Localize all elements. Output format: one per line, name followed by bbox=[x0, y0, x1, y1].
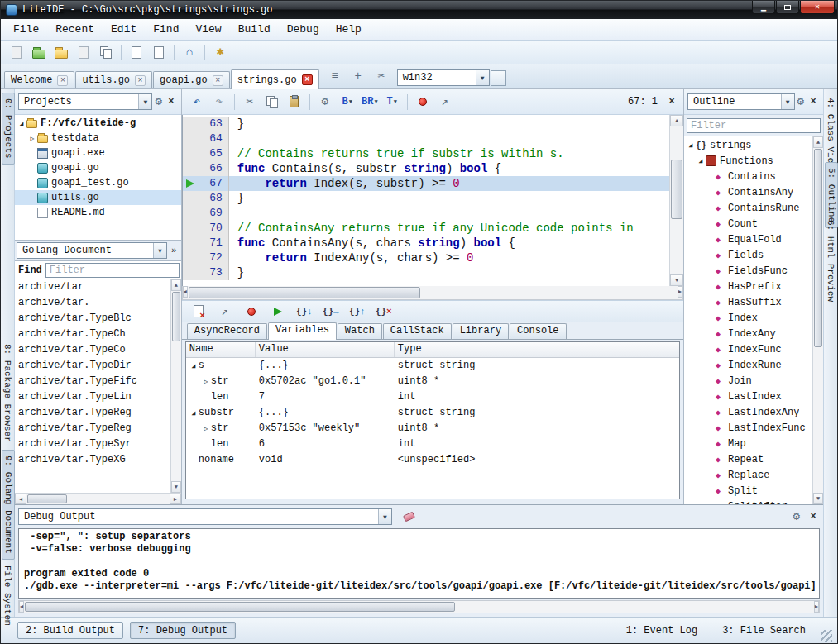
menu-recent[interactable]: Recent bbox=[48, 21, 102, 38]
doc-list-hscrollbar[interactable]: ◄ ► bbox=[15, 493, 181, 504]
outline-item-replace[interactable]: ◆Replace bbox=[684, 467, 812, 483]
outline-close-icon[interactable]: × bbox=[807, 95, 820, 108]
scroll-down-icon[interactable]: ▼ bbox=[171, 481, 181, 493]
outline-item-contains[interactable]: ◆Contains bbox=[684, 169, 812, 184]
status-2-build-output[interactable]: 2: Build Output bbox=[17, 622, 123, 639]
doc-item-archive-tar-typexg[interactable]: archive/tar.TypeXG bbox=[15, 452, 170, 468]
run-to-line-button[interactable]: {}× bbox=[374, 302, 394, 322]
code-line-66[interactable]: 66func Contains(s, substr string) bool { bbox=[183, 161, 669, 176]
tab-goapi-go[interactable]: goapi.go× bbox=[153, 71, 230, 88]
expand-arrow-icon[interactable]: ▷ bbox=[201, 374, 211, 389]
output-close-icon[interactable]: × bbox=[807, 510, 820, 523]
column-header-type[interactable]: Type bbox=[395, 342, 679, 357]
tab-utils-go[interactable]: utils.go× bbox=[75, 71, 152, 88]
project-item-goapi-go[interactable]: goapi.go bbox=[15, 160, 181, 175]
show-output-button[interactable]: ↗ bbox=[215, 302, 235, 322]
start-debug-button[interactable] bbox=[413, 92, 433, 112]
code-line-63[interactable]: 63} bbox=[183, 117, 669, 131]
close-split-button[interactable]: ✂ bbox=[371, 66, 391, 86]
side-tab-6-html-preview[interactable]: 6: Html Preview bbox=[825, 215, 836, 307]
debug-output-text[interactable]: -sep=", ": setup separators -v=false: ve… bbox=[18, 528, 820, 599]
project-item-f-vfc-liteide-g[interactable]: ◢F:/vfc/liteide-g bbox=[15, 116, 181, 131]
tab-close-icon[interactable]: × bbox=[302, 74, 313, 85]
open-folder-button[interactable] bbox=[29, 42, 49, 62]
scrollbar-thumb[interactable] bbox=[189, 287, 420, 298]
project-item-readme-md[interactable]: README.md bbox=[15, 205, 181, 220]
export-button[interactable] bbox=[127, 42, 146, 62]
outline-item-map[interactable]: ◆Map bbox=[684, 436, 812, 451]
size-grip[interactable] bbox=[821, 630, 832, 642]
menu-find[interactable]: Find bbox=[146, 21, 186, 38]
chevron-down-icon[interactable]: ▼ bbox=[138, 94, 151, 109]
output-view-combo[interactable]: Debug Output ▼ bbox=[18, 508, 392, 525]
outline-scrollbar[interactable]: ▲ ▼ bbox=[812, 136, 823, 504]
doc-filter-input[interactable] bbox=[45, 263, 180, 278]
outline-item-count[interactable]: ◆Count bbox=[684, 216, 812, 231]
menu-view[interactable]: View bbox=[188, 21, 228, 38]
doc-item-archive-tar-typesyr[interactable]: archive/tar.TypeSyr bbox=[15, 436, 170, 452]
menu-help[interactable]: Help bbox=[328, 21, 369, 38]
outline-item-join[interactable]: ◆Join bbox=[684, 373, 812, 389]
chevron-down-icon[interactable]: ▼ bbox=[153, 243, 166, 258]
outline-item-containsrune[interactable]: ◆ContainsRune bbox=[684, 200, 812, 216]
scroll-left-icon[interactable]: ◄ bbox=[19, 601, 24, 613]
cut-button[interactable]: ✂ bbox=[240, 92, 260, 112]
side-tab-file-system[interactable]: File System bbox=[2, 561, 13, 631]
menu-edit[interactable]: Edit bbox=[103, 21, 144, 38]
project-item-goapi-exe[interactable]: goapi.exe bbox=[15, 145, 181, 160]
doc-item-archive-tar[interactable]: archive/tar bbox=[15, 279, 170, 295]
code-line-64[interactable]: 64 bbox=[183, 131, 669, 146]
split-editor-button[interactable]: + bbox=[348, 66, 368, 86]
outline-item-split[interactable]: ◆Split bbox=[684, 483, 812, 499]
expand-arrow-icon[interactable]: ◢ bbox=[189, 405, 199, 421]
maximize-button[interactable] bbox=[776, 1, 799, 14]
minimize-button[interactable]: ▁ bbox=[752, 1, 775, 14]
scroll-down-icon[interactable]: ▼ bbox=[670, 274, 683, 286]
tab-list-button[interactable]: ≡ bbox=[325, 66, 345, 86]
project-item-utils-go[interactable]: utils.go bbox=[15, 190, 181, 205]
outline-item-equalfold[interactable]: ◆EqualFold bbox=[684, 231, 812, 247]
close-editor-icon[interactable]: × bbox=[665, 95, 678, 108]
outline-item-repeat[interactable]: ◆Repeat bbox=[684, 451, 812, 467]
scrollbar-thumb[interactable] bbox=[27, 494, 67, 503]
tab-close-icon[interactable]: × bbox=[135, 75, 146, 86]
chevron-down-icon[interactable]: ▼ bbox=[476, 70, 489, 85]
save-file-button[interactable] bbox=[74, 42, 93, 62]
debug-tab-callstack[interactable]: CallStack bbox=[383, 323, 452, 339]
stop-debug-button[interactable] bbox=[189, 302, 208, 322]
continue-button[interactable] bbox=[268, 302, 288, 322]
variable-row-substr[interactable]: ◢substr{...}struct string bbox=[186, 405, 679, 421]
project-item-testdata[interactable]: ▷testdata bbox=[15, 131, 181, 145]
build-menu-button[interactable]: B▼ bbox=[338, 92, 357, 112]
code-editor[interactable]: 63}6465// Contains returns true if subst… bbox=[182, 115, 683, 286]
projects-close-icon[interactable]: × bbox=[165, 95, 178, 108]
code-line-72[interactable]: 72 return IndexAny(s, chars) >= 0 bbox=[183, 250, 669, 265]
status-3-file-search[interactable]: 3: File Search bbox=[714, 622, 814, 639]
editor-hscrollbar[interactable]: ◄ ► bbox=[182, 286, 683, 300]
save-all-button[interactable] bbox=[96, 42, 116, 62]
step-out-button[interactable]: {}↑ bbox=[347, 302, 367, 322]
build-env-button[interactable] bbox=[491, 70, 506, 86]
code-line-65[interactable]: 65// Contains returns true if substr is … bbox=[183, 146, 669, 161]
expand-arrow-icon[interactable]: ▷ bbox=[27, 135, 37, 142]
expand-arrow-icon[interactable]: ◢ bbox=[696, 157, 706, 165]
status-7-debug-output[interactable]: 7: Debug Output bbox=[130, 622, 236, 639]
projects-view-combo[interactable]: Projects ▼ bbox=[18, 93, 152, 110]
output-hscrollbar[interactable]: ◄ ► bbox=[18, 600, 820, 613]
open-file-button[interactable] bbox=[51, 42, 71, 62]
paste-button[interactable] bbox=[285, 92, 304, 112]
doc-item-archive-tar-typech[interactable]: archive/tar.TypeCh bbox=[15, 327, 170, 342]
tab-strings-go[interactable]: strings.go× bbox=[231, 69, 319, 89]
code-line-68[interactable]: 68} bbox=[183, 191, 669, 206]
target-combo[interactable]: win32 ▼ bbox=[397, 69, 490, 86]
expand-arrow-icon[interactable]: ▷ bbox=[201, 421, 211, 436]
clear-output-button[interactable] bbox=[399, 507, 419, 527]
outline-item-indexany[interactable]: ◆IndexAny bbox=[684, 326, 812, 341]
expand-arrow-icon[interactable]: ◢ bbox=[686, 141, 696, 149]
test-menu-button[interactable]: T▼ bbox=[382, 92, 402, 112]
side-tab-9-golang-document[interactable]: 9: Golang Document bbox=[2, 450, 15, 560]
variable-row-str[interactable]: ▷str0x5702ac "go1.0.1"uint8 * bbox=[186, 374, 679, 389]
outline-item-splitafter[interactable]: ◆SplitAfter bbox=[684, 499, 812, 504]
code-line-70[interactable]: 70// ContainsAny returns true if any Uni… bbox=[183, 221, 669, 236]
new-file-button[interactable] bbox=[7, 42, 26, 62]
